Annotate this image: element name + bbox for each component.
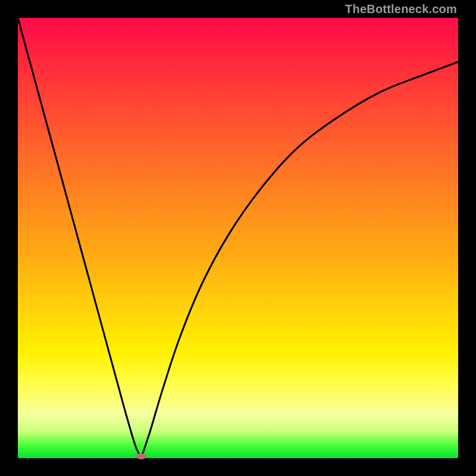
bottleneck-marker: [136, 453, 146, 459]
watermark-text: TheBottleneck.com: [345, 2, 457, 16]
chart-frame: TheBottleneck.com: [0, 0, 476, 476]
bottleneck-curve: [18, 18, 458, 458]
chart-overlay: [18, 18, 458, 458]
